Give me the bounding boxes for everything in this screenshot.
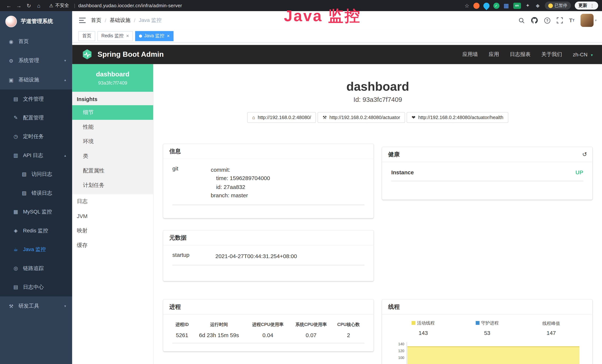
sba-locale-select[interactable]: zh-CN ▾: [573, 52, 593, 57]
extension-on-badge[interactable]: on: [513, 2, 521, 9]
sidebar-item-config-management[interactable]: ✎ 配置管理: [0, 108, 72, 127]
font-size-icon[interactable]: TT: [569, 17, 575, 23]
sba-menu-mappings[interactable]: 映射: [72, 224, 153, 238]
actuator-url-button[interactable]: ⚒ http://192.168.0.2:48080/actuator: [318, 112, 405, 123]
tag-home[interactable]: 首页: [78, 31, 95, 41]
sidebar-item-error-logs[interactable]: ▨ 错误日志: [0, 183, 72, 202]
redis-icon: ◈: [11, 228, 20, 234]
home-nav-icon[interactable]: ⌂: [34, 2, 44, 9]
sba-menu-caches[interactable]: 缓存: [72, 238, 153, 253]
extension-feather-icon[interactable]: ✦: [525, 2, 531, 9]
health-instance-row[interactable]: Instance UP: [391, 163, 583, 181]
sidebar-item-system[interactable]: ⚙ 系统管理 ▾: [0, 51, 72, 70]
live-threads-area: [407, 346, 579, 364]
sba-menu-logs[interactable]: 日志: [72, 194, 153, 209]
app-header: 首页 / 基础设施 / Java 监控 ? TT ▾: [72, 11, 602, 30]
chevron-up-icon: ▴: [64, 153, 66, 157]
reload-icon[interactable]: ↻: [24, 2, 34, 9]
git-branch-line: branch: master: [211, 191, 270, 200]
app-sidebar: 芋道管理系统 ◉ 首页 ⚙ 系统管理 ▾ ▣ 基础设施 ▴ ▤ 文件管理 ✎ 配…: [0, 11, 72, 364]
sba-nav: 应用墙 应用 日志报表 关于我们 zh-CN ▾: [462, 51, 593, 58]
file-icon: ▤: [11, 96, 20, 102]
breadcrumb-infrastructure[interactable]: 基础设施: [110, 17, 130, 24]
sidebar-item-label: 基础设施: [18, 76, 39, 83]
back-icon[interactable]: ←: [4, 2, 14, 9]
edit-icon: ✎: [11, 115, 20, 120]
browser-menu-icon[interactable]: ⋮: [590, 3, 594, 8]
sidebar-item-label: 日志中心: [23, 284, 44, 290]
sidebar-item-label: Java 监控: [23, 246, 46, 253]
sidebar-item-java-monitor[interactable]: ☕ Java 监控: [0, 240, 72, 259]
user-avatar[interactable]: ▾: [581, 14, 597, 27]
sba-instance-block[interactable]: dashboard 93a3fc7f7409: [72, 64, 153, 92]
close-icon[interactable]: ✕: [167, 34, 170, 38]
sidebar-item-file-management[interactable]: ▤ 文件管理: [0, 89, 72, 108]
help-icon[interactable]: ?: [544, 17, 551, 23]
spring-boot-admin-logo-icon: [81, 49, 93, 60]
tag-java-monitor[interactable]: Java 监控 ✕: [135, 31, 174, 41]
close-icon[interactable]: ✕: [126, 34, 129, 38]
extension-grid-icon[interactable]: ▦: [503, 2, 509, 9]
forward-icon[interactable]: →: [14, 2, 24, 9]
infrastructure-submenu: ▤ 文件管理 ✎ 配置管理 ◷ 定时任务 ▥ API 日志 ▴ ▧ 访问日志 ▨: [0, 89, 72, 296]
sidebar-item-access-logs[interactable]: ▧ 访问日志: [0, 165, 72, 183]
git-commit-line: commit:: [211, 166, 270, 174]
sidebar-item-infrastructure[interactable]: ▣ 基础设施 ▴: [0, 70, 72, 90]
sba-nav-wallboard[interactable]: 应用墙: [462, 51, 478, 58]
heart-icon: ❤: [412, 115, 416, 120]
sidebar-item-home[interactable]: ◉ 首页: [0, 32, 72, 51]
tag-redis-monitor[interactable]: Redis 监控 ✕: [97, 31, 133, 41]
health-url-button[interactable]: ❤ http://192.168.0.2:48080/actuator/heal…: [407, 112, 508, 123]
sba-nav-about[interactable]: 关于我们: [541, 51, 562, 58]
app-logo-row[interactable]: 芋道管理系统: [0, 11, 72, 32]
doc-icon: ▨: [20, 190, 29, 196]
extension-drop-icon[interactable]: [482, 1, 491, 10]
sba-menu-scheduled-tasks[interactable]: 计划任务: [72, 178, 153, 193]
paused-extension-badge[interactable]: 已暂停: [545, 1, 571, 10]
browser-toolbar: ← → ↻ ⌂ ⚠ 不安全 | dashboard.yudao.iocoder.…: [0, 0, 602, 11]
extensions-puzzle-icon[interactable]: ◆: [535, 2, 541, 9]
sba-nav-applications[interactable]: 应用: [489, 51, 499, 58]
service-url-button[interactable]: ⌂ http://192.168.0.2:48080/: [247, 112, 316, 123]
sba-menu-details[interactable]: 细节: [72, 105, 153, 120]
sba-menu-config-props[interactable]: 配置属性: [72, 163, 153, 178]
history-icon[interactable]: ↺: [582, 151, 587, 158]
sidebar-item-mysql-monitor[interactable]: ▦ MySQL 监控: [0, 202, 72, 221]
metadata-value: 2021-04-27T00:44:31.254+08:00: [215, 252, 297, 260]
breadcrumb-separator: /: [134, 17, 135, 23]
sidebar-item-redis-monitor[interactable]: ◈ Redis 监控: [0, 221, 72, 240]
sba-menu-environment[interactable]: 环境: [72, 134, 153, 149]
sidebar-item-dev-tools[interactable]: ⚒ 研发工具 ▾: [0, 297, 72, 316]
info-card: 信息 git commit: time: 1596289704000 id: 2…: [163, 144, 374, 218]
git-id-line: id: 27aa832: [211, 183, 270, 192]
fullscreen-icon[interactable]: [557, 17, 563, 23]
search-icon[interactable]: [518, 17, 525, 23]
sidebar-item-label: 文件管理: [23, 96, 44, 102]
cpu-count: 2: [333, 330, 364, 343]
locale-label: zh-CN: [573, 52, 588, 57]
sba-brand-title[interactable]: Spring Boot Admin: [97, 50, 164, 59]
sba-menu-metrics[interactable]: 性能: [72, 120, 153, 134]
sidebar-item-label: MySQL 监控: [23, 208, 52, 215]
site-security-chip[interactable]: ⚠ 不安全 |: [49, 2, 78, 9]
sidebar-item-label: Redis 监控: [23, 227, 48, 234]
sba-nav-journal[interactable]: 日志报表: [510, 51, 531, 58]
sba-menu-jvm[interactable]: JVM: [72, 209, 153, 224]
process-card-title: 进程: [163, 300, 374, 314]
legend-swatch-blue: [476, 321, 480, 325]
sidebar-item-api-logs[interactable]: ▥ API 日志 ▴: [0, 146, 72, 165]
address-bar[interactable]: dashboard.yudao.iocoder.cn/infra/admin-s…: [78, 3, 182, 8]
extension-fox-icon[interactable]: [473, 2, 479, 9]
process-col-pid: 进程ID: [172, 319, 192, 330]
browser-update-button[interactable]: 更新 ⋮: [575, 1, 598, 10]
bookmark-star-icon[interactable]: ☆: [465, 2, 469, 9]
breadcrumb-home[interactable]: 首页: [91, 17, 101, 24]
sba-menu-classes[interactable]: 类: [72, 149, 153, 163]
metadata-card-title: 元数据: [163, 230, 374, 245]
sidebar-item-log-center[interactable]: ▤ 日志中心: [0, 278, 72, 296]
sidebar-item-scheduled-jobs[interactable]: ◷ 定时任务: [0, 127, 72, 146]
hamburger-icon[interactable]: [72, 18, 91, 23]
sidebar-item-tracing[interactable]: ◎ 链路追踪: [0, 259, 72, 278]
github-icon[interactable]: [531, 17, 538, 24]
extension-check-icon[interactable]: ✓: [493, 2, 499, 9]
